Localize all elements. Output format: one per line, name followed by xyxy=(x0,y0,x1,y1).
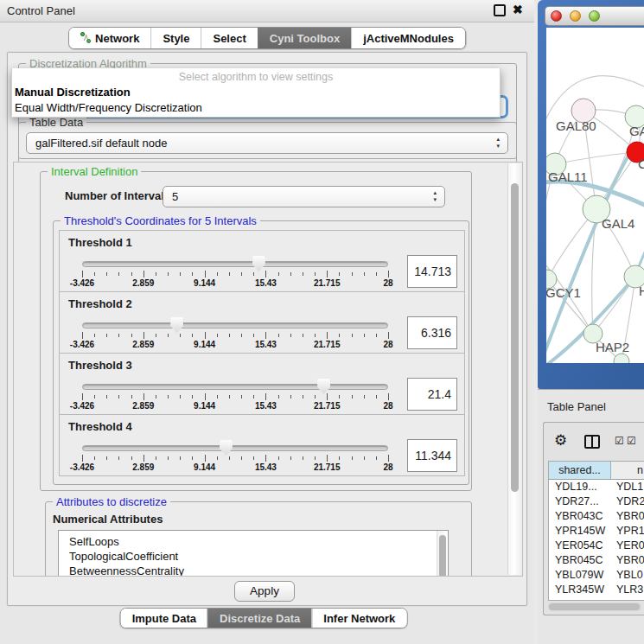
threshold-slider-track-1[interactable] xyxy=(82,261,388,267)
algorithm-option-manual-discretization[interactable]: Manual Discretization xyxy=(12,85,500,100)
table-cell: YPR1 xyxy=(611,524,644,539)
bottom-tab-discretize-data[interactable]: Discretize Data xyxy=(207,609,311,628)
minimize-traffic-light-icon[interactable] xyxy=(570,10,581,22)
threshold-label-1: Threshold 1 xyxy=(68,236,132,249)
tab-select[interactable]: Select xyxy=(201,28,257,48)
close-traffic-light-icon[interactable] xyxy=(551,10,562,22)
table-cell: YBL0 xyxy=(611,568,644,583)
bottom-tab-impute-data-label: Impute Data xyxy=(132,612,196,625)
slider-ticks xyxy=(82,393,388,401)
node-label-gal80: GAL80 xyxy=(556,118,596,133)
slider-ticks xyxy=(82,271,388,278)
table-row[interactable]: YIL052CYIL0 xyxy=(549,597,644,601)
zoom-traffic-light-icon[interactable] xyxy=(589,10,600,22)
table-cell: YPR145W xyxy=(549,524,611,539)
threshold-row-4: Threshold 4-3.4262.8599.14415.4321.71528… xyxy=(59,414,465,476)
table-column-header-2[interactable]: n xyxy=(611,462,644,479)
network-canvas[interactable]: GAL80GACGAL11GAL4GCY1HHAP2 xyxy=(546,28,644,363)
tab-network[interactable]: Network xyxy=(69,28,150,48)
table-data-combo-value: galFiltered.sif default node xyxy=(35,137,167,150)
attribute-item-selfloops[interactable]: SelfLoops xyxy=(59,534,448,549)
table-cell: YBL079W xyxy=(549,568,611,583)
numerical-attributes-label: Numerical Attributes xyxy=(53,513,163,526)
node-label-hap2: HAP2 xyxy=(596,340,629,354)
bottom-tab-infer-network[interactable]: Infer Network xyxy=(311,609,406,628)
table-row[interactable]: YBR045CYBR0 xyxy=(549,553,644,568)
node-label-h: H xyxy=(639,284,644,298)
panel-title: Control Panel xyxy=(7,4,75,17)
slider-scale-labels: -3.4262.8599.14415.4321.71528 xyxy=(82,340,388,350)
tab-jactivemnodules-label: jActiveMNodules xyxy=(363,32,454,45)
close-icon[interactable]: ✖ xyxy=(513,3,523,16)
combo-spinner-icon[interactable]: ▴▾ xyxy=(496,136,500,150)
table-column-header-1[interactable]: shared... xyxy=(549,462,611,479)
table-row[interactable]: YDL19...YDL1 xyxy=(549,480,644,494)
attribute-item-betweennesscentrality[interactable]: BetweennessCentrality xyxy=(59,564,448,577)
table-data-combo[interactable]: galFiltered.sif default node ▴▾ xyxy=(26,132,508,154)
tab-cyni-toolbox[interactable]: Cyni Toolbox xyxy=(258,28,351,48)
table-data-group: Table Data galFiltered.sif default node … xyxy=(18,122,517,159)
thresholds-group-title: Threshold's Coordinates for 5 Intervals xyxy=(61,214,260,227)
number-of-intervals-combo[interactable]: 5 ▴▾ xyxy=(163,186,445,207)
top-tab-bar: NetworkStyleSelectCyni ToolboxjActiveMNo… xyxy=(68,27,466,49)
settings-scrollbar[interactable] xyxy=(507,163,521,575)
threshold-row-1: Threshold 1-3.4262.8599.14415.4321.71528… xyxy=(59,230,465,292)
interval-definition-group: Interval Definition Number of Intervals … xyxy=(40,171,472,491)
numerical-attributes-list[interactable]: SelfLoopsTopologicalCoefficientBetweenne… xyxy=(58,530,449,577)
interval-definition-title: Interval Definition xyxy=(48,165,141,178)
threshold-value-field-2[interactable]: 6.316 xyxy=(407,316,457,349)
attribute-item-topologicalcoefficient[interactable]: TopologicalCoefficient xyxy=(59,549,448,564)
table-panel-title: Table Panel xyxy=(547,400,606,413)
table-row[interactable]: YBR043CYBR0 xyxy=(549,509,644,524)
table-cell: YDL1 xyxy=(611,480,644,494)
threshold-value-field-4[interactable]: 11.344 xyxy=(407,439,457,472)
threshold-label-3: Threshold 3 xyxy=(68,359,132,372)
threshold-slider-thumb-1[interactable] xyxy=(252,256,265,271)
float-window-icon[interactable] xyxy=(494,4,506,16)
bottom-tab-discretize-data-label: Discretize Data xyxy=(220,612,300,625)
slider-ticks xyxy=(82,332,388,340)
tab-cyni-toolbox-label: Cyni Toolbox xyxy=(270,32,340,45)
column-layout-icon[interactable] xyxy=(584,435,600,449)
tab-jactivemnodules[interactable]: jActiveMNodules xyxy=(351,28,465,48)
threshold-slider-thumb-2[interactable] xyxy=(170,317,183,333)
table-row[interactable]: YDR27...YDR2 xyxy=(549,494,644,509)
table-data-title: Table Data xyxy=(26,116,86,129)
table-horizontal-scrollbar[interactable] xyxy=(548,603,641,611)
cyni-toolbox-content: Discretization Algorithm Select algorith… xyxy=(7,52,527,606)
table-row[interactable]: YPR145WYPR1 xyxy=(549,524,644,539)
gear-icon[interactable]: ⚙ xyxy=(554,431,567,450)
threshold-slider-thumb-4[interactable] xyxy=(220,440,233,456)
table-row[interactable]: YER054CYER0 xyxy=(549,539,644,553)
network-node-node-partial[interactable] xyxy=(614,354,629,363)
combo-spinner-icon[interactable]: ▴▾ xyxy=(433,189,437,203)
threshold-slider-track-3[interactable] xyxy=(82,384,388,390)
threshold-value-field-3[interactable]: 21.4 xyxy=(407,378,457,411)
bottom-tab-bar: Impute DataDiscretize DataInfer Network xyxy=(120,608,408,628)
bottom-tab-impute-data[interactable]: Impute Data xyxy=(121,609,207,628)
table-row[interactable]: YLR345WYLR3 xyxy=(549,583,644,597)
apply-button[interactable]: Apply xyxy=(234,581,295,602)
slider-scale-labels: -3.4262.8599.14415.4321.71528 xyxy=(82,462,388,473)
threshold-slider-track-2[interactable] xyxy=(82,322,388,328)
algorithm-placeholder-option[interactable]: Select algorithm to view settings xyxy=(12,68,500,85)
threshold-slider-track-4[interactable] xyxy=(82,445,388,451)
table-cell: YDR2 xyxy=(611,494,644,509)
checkbox-icon[interactable]: ☑ xyxy=(615,435,624,447)
slider-scale-labels: -3.4262.8599.14415.4321.71528 xyxy=(82,401,388,411)
algorithm-dropdown-popup: Select algorithm to view settings Manual… xyxy=(11,68,501,118)
algorithm-option-equal-width-frequency-discretization[interactable]: Equal Width/Frequency Discretization xyxy=(12,100,500,116)
tab-style[interactable]: Style xyxy=(150,28,201,48)
settings-scrollpane: Interval Definition Number of Intervals … xyxy=(13,162,523,577)
threshold-slider-thumb-3[interactable] xyxy=(317,379,330,394)
bottom-tab-infer-network-label: Infer Network xyxy=(323,612,395,625)
attributes-scrollbar[interactable] xyxy=(437,531,448,577)
node-table[interactable]: shared...n YDL19...YDL1YDR27...YDR2YBR04… xyxy=(548,461,644,601)
threshold-row-3: Threshold 3-3.4262.8599.14415.4321.71528… xyxy=(59,353,465,415)
node-label-gal11: GAL11 xyxy=(548,169,588,184)
control-panel-titlebar: Control Panel ✖ xyxy=(0,0,534,22)
threshold-value-field-1[interactable]: 14.713 xyxy=(407,255,457,288)
table-row[interactable]: YBL079WYBL0 xyxy=(549,568,644,583)
checkbox-icon[interactable]: ☑ xyxy=(627,435,636,447)
table-cell: YIL0 xyxy=(611,597,644,601)
